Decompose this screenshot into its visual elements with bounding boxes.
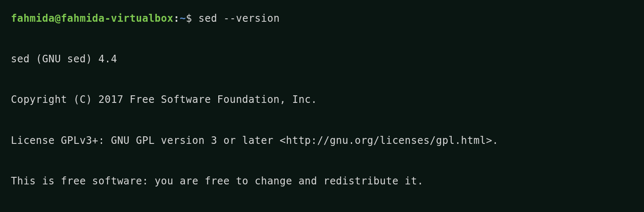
path: ~ bbox=[180, 13, 186, 24]
command-text: sed --version bbox=[199, 13, 280, 24]
prompt-line-1: fahmida@fahmida-virtualbox:~$ sed --vers… bbox=[11, 12, 633, 25]
user-host: fahmida@fahmida-virtualbox bbox=[11, 13, 174, 24]
terminal-window[interactable]: fahmida@fahmida-virtualbox:~$ sed --vers… bbox=[11, 12, 633, 212]
output-line: This is free software: you are free to c… bbox=[11, 174, 633, 188]
output-line: License GPLv3+: GNU GPL version 3 or lat… bbox=[11, 134, 633, 147]
colon: : bbox=[174, 13, 180, 24]
dollar: $ bbox=[186, 13, 199, 24]
output-line: sed (GNU sed) 4.4 bbox=[11, 52, 633, 66]
command-output: sed (GNU sed) 4.4 Copyright (C) 2017 Fre… bbox=[11, 25, 633, 212]
output-line: Copyright (C) 2017 Free Software Foundat… bbox=[11, 93, 633, 106]
